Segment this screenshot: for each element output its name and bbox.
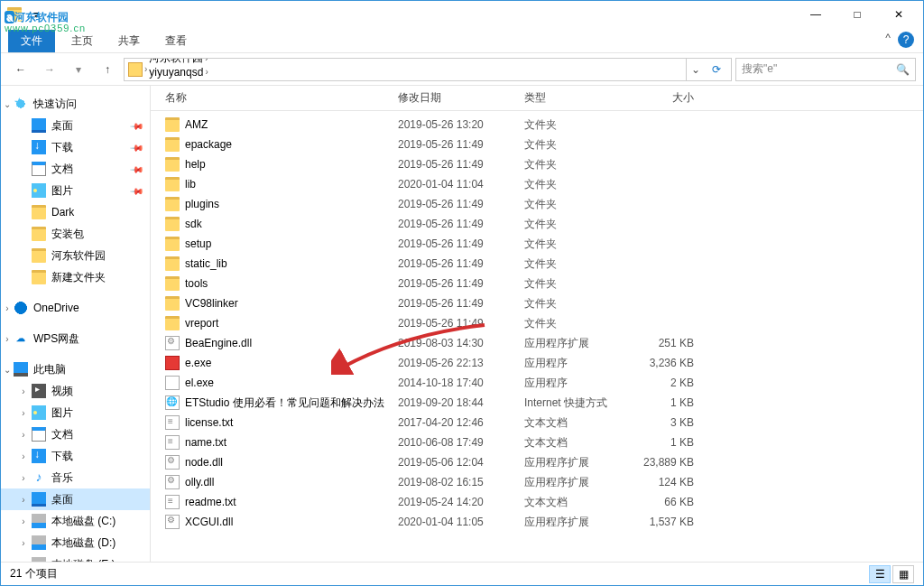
ribbon-collapse-icon[interactable]: ^: [885, 32, 891, 44]
column-size[interactable]: 大小: [627, 90, 699, 106]
sidebar-item[interactable]: ›文档: [1, 423, 150, 445]
expand-icon[interactable]: ›: [19, 560, 28, 563]
expand-icon[interactable]: ›: [3, 334, 12, 344]
maximize-button[interactable]: □: [836, 1, 878, 28]
file-row[interactable]: help2019-05-26 11:49文件夹: [151, 154, 923, 174]
help-icon[interactable]: ?: [898, 32, 914, 48]
qat-properties-icon[interactable]: [5, 5, 24, 24]
file-row[interactable]: tools2019-05-26 11:49文件夹: [151, 274, 923, 293]
file-row[interactable]: AMZ2019-05-26 13:20文件夹: [151, 115, 923, 135]
ribbon-tab-view[interactable]: 查看: [152, 30, 199, 52]
expand-icon[interactable]: ›: [19, 451, 28, 461]
sidebar-item[interactable]: 新建文件夹: [1, 266, 150, 288]
nav-up-button[interactable]: ↑: [95, 57, 120, 82]
sidebar-item[interactable]: ›下载: [1, 445, 150, 467]
expand-icon[interactable]: ›: [19, 473, 28, 483]
nav-history-dropdown[interactable]: ▾: [66, 57, 91, 82]
sidebar-item[interactable]: ›本地磁盘 (D:): [1, 532, 150, 553]
sidebar-item[interactable]: ›本地磁盘 (C:): [1, 510, 150, 532]
file-row[interactable]: setup2019-05-26 11:49文件夹: [151, 234, 923, 254]
sidebar-item[interactable]: ›音乐: [1, 467, 150, 488]
file-row[interactable]: ETStudio 使用必看！常见问题和解决办法2019-09-20 18:44I…: [151, 393, 923, 413]
file-row[interactable]: epackage2019-05-26 11:49文件夹: [151, 135, 923, 154]
sidebar-this-pc[interactable]: ⌄ 此电脑: [1, 358, 150, 380]
sidebar-item[interactable]: 下载📌: [1, 136, 150, 158]
minimize-button[interactable]: —: [795, 1, 836, 28]
column-date[interactable]: 修改日期: [393, 90, 519, 106]
expand-icon[interactable]: ›: [19, 516, 28, 526]
refresh-icon[interactable]: ⟳: [706, 63, 727, 76]
sidebar-wps[interactable]: › ☁ WPS网盘: [1, 328, 150, 349]
file-icon: [165, 177, 180, 191]
file-type: Internet 快捷方式: [519, 395, 627, 411]
file-row[interactable]: BeaEngine.dll2019-08-03 14:30应用程序扩展251 K…: [151, 333, 923, 353]
file-row[interactable]: license.txt2017-04-20 12:46文本文档3 KB: [151, 413, 923, 433]
search-input[interactable]: 搜索"e" 🔍: [735, 58, 916, 81]
file-row[interactable]: node.dll2019-05-06 12:04应用程序扩展23,889 KB: [151, 452, 923, 472]
file-date: 2019-05-26 11:49: [393, 237, 519, 250]
file-row[interactable]: VC98linker2019-05-26 11:49文件夹: [151, 293, 923, 313]
item-icon: [32, 248, 46, 263]
sidebar-item[interactable]: ›视频: [1, 380, 150, 402]
file-row[interactable]: el.exe2014-10-18 17:40应用程序2 KB: [151, 373, 923, 393]
file-row[interactable]: lib2020-01-04 11:04文件夹: [151, 174, 923, 194]
ribbon-tab-share[interactable]: 共享: [106, 30, 152, 52]
sidebar-item[interactable]: 文档📌: [1, 158, 150, 180]
breadcrumb-bar[interactable]: › 此电脑 ›桌面 ›河东软件园 ›yiyuyanqsd ›yiyuyan_14…: [124, 58, 732, 81]
breadcrumb-segment[interactable]: 河东软件园 ›: [149, 58, 233, 66]
ribbon-tab-home[interactable]: 主页: [59, 30, 106, 52]
file-row[interactable]: readme.txt2019-05-24 14:20文本文档66 KB: [151, 492, 923, 512]
ribbon-tab-file[interactable]: 文件: [8, 30, 55, 52]
sidebar-item[interactable]: ›图片: [1, 402, 150, 423]
file-row[interactable]: vreport2019-05-26 11:49文件夹: [151, 313, 923, 333]
file-icon: [165, 217, 180, 231]
sidebar-item[interactable]: Dark: [1, 201, 150, 223]
sidebar-item[interactable]: ›桌面: [1, 488, 150, 510]
file-size: 2 KB: [627, 377, 699, 389]
file-date: 2019-05-26 11:49: [393, 158, 519, 171]
file-row[interactable]: name.txt2010-06-08 17:49文本文档1 KB: [151, 433, 923, 452]
breadcrumb-segment[interactable]: yiyuyanqsd ›: [149, 66, 233, 79]
file-row[interactable]: plugins2019-05-26 11:49文件夹: [151, 194, 923, 214]
file-row[interactable]: sdk2019-05-26 11:49文件夹: [151, 214, 923, 234]
quick-access-toolbar: ▾: [5, 5, 46, 24]
item-icon: [32, 514, 46, 528]
column-type[interactable]: 类型: [519, 90, 627, 106]
file-icon: [165, 276, 180, 291]
expand-icon[interactable]: ⌄: [3, 365, 12, 375]
view-details-button[interactable]: ☰: [869, 565, 891, 583]
expand-icon[interactable]: ›: [19, 408, 28, 418]
expand-icon[interactable]: ⌄: [3, 99, 12, 109]
nav-back-button[interactable]: ←: [8, 57, 33, 82]
file-type: 文件夹: [519, 256, 627, 272]
column-name[interactable]: 名称: [160, 90, 393, 106]
file-type: 文件夹: [519, 316, 627, 331]
expand-icon[interactable]: ›: [3, 303, 12, 313]
sidebar-onedrive[interactable]: › OneDrive: [1, 297, 150, 319]
expand-icon[interactable]: ›: [19, 495, 28, 505]
file-row[interactable]: static_lib2019-05-26 11:49文件夹: [151, 254, 923, 274]
sidebar-item[interactable]: ›本地磁盘 (E:): [1, 553, 150, 562]
qat-dropdown-icon[interactable]: ▾: [26, 5, 46, 24]
file-name: setup: [185, 237, 211, 250]
nav-forward-button[interactable]: →: [37, 57, 62, 82]
sidebar-quick-access[interactable]: ⌄ 快速访问: [1, 93, 150, 115]
view-icons-button[interactable]: ▦: [892, 565, 914, 583]
address-dropdown-icon[interactable]: ⌄: [686, 59, 704, 80]
file-icon: [165, 256, 180, 271]
sidebar-item[interactable]: 图片📌: [1, 180, 150, 201]
file-row[interactable]: XCGUI.dll2020-01-04 11:05应用程序扩展1,537 KB: [151, 512, 923, 532]
file-row[interactable]: olly.dll2019-08-02 16:15应用程序扩展124 KB: [151, 472, 923, 492]
close-button[interactable]: ✕: [878, 1, 919, 28]
file-row[interactable]: e.exe2019-05-26 22:13应用程序3,236 KB: [151, 353, 923, 373]
sidebar-item[interactable]: 安装包: [1, 223, 150, 245]
file-name: help: [185, 158, 206, 171]
expand-icon[interactable]: ›: [19, 430, 28, 440]
breadcrumb-segment[interactable]: yiyuyan_145748 ›: [149, 79, 233, 81]
expand-icon[interactable]: ›: [19, 538, 28, 548]
pin-icon: 📌: [130, 162, 144, 176]
item-icon: [32, 557, 46, 562]
expand-icon[interactable]: ›: [19, 386, 28, 396]
sidebar-item[interactable]: 桌面📌: [1, 115, 150, 136]
sidebar-item[interactable]: 河东软件园: [1, 245, 150, 266]
